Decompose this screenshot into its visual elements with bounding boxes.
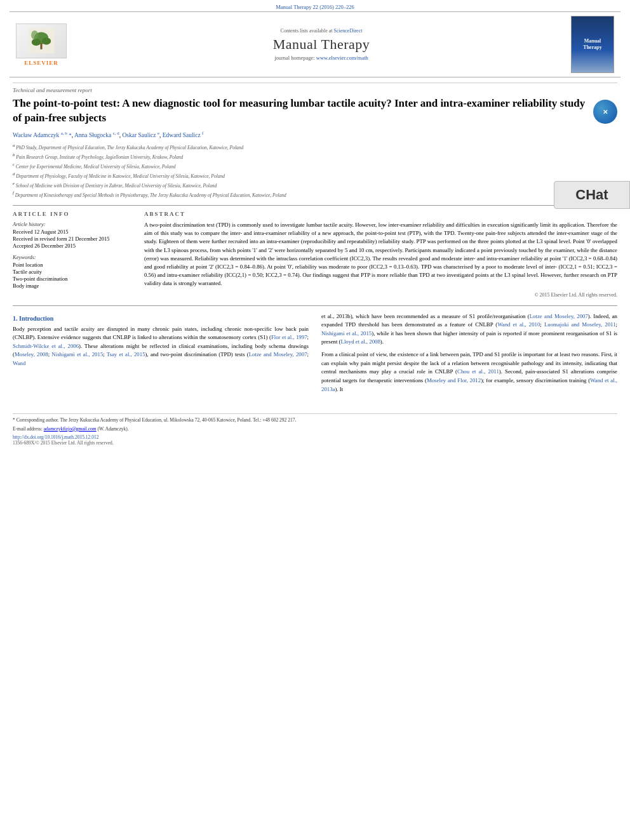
received-date: Received 12 August 2015 bbox=[13, 229, 137, 235]
journal-cover-area: ManualTherapy bbox=[551, 16, 614, 73]
authors-line: Wacław Adamczyk a, b *, Anna Sługocka c,… bbox=[13, 131, 617, 138]
crossmark-badge: ✕ bbox=[593, 100, 617, 124]
keyword-1: Point location bbox=[13, 262, 137, 268]
email-link[interactable]: adamczykfizjo@gmail.com bbox=[44, 426, 97, 432]
elsevier-logo: ELSEVIER bbox=[16, 23, 67, 66]
body-left-col: 1. Introduction Body perception and tact… bbox=[13, 312, 309, 398]
ref-nishigami2015r[interactable]: Nishigami et al., 2015 bbox=[321, 330, 372, 337]
ref-moseley2008[interactable]: Moseley, 2008 bbox=[15, 351, 48, 357]
ref-schmidt2006[interactable]: Schmidt-Wilcke et al., 2006 bbox=[13, 343, 79, 349]
ref-moseley2012[interactable]: Moseley and Flor, 2012 bbox=[427, 377, 481, 383]
affiliations: a PhD Study, Department of Physical Educ… bbox=[13, 142, 617, 199]
ref-chou2011[interactable]: Chou et al., 2011 bbox=[457, 368, 499, 375]
chat-button[interactable]: CHat bbox=[554, 181, 630, 209]
ref-lotze2007-r[interactable]: Lotze and Moseley, 2007 bbox=[530, 313, 588, 319]
svg-point-3 bbox=[42, 37, 51, 44]
journal-header: ELSEVIER Contents lists available at Sci… bbox=[10, 11, 620, 77]
ref-luomajoki2011[interactable]: Luomajoki and Moseley, 2011 bbox=[544, 321, 616, 328]
journal-cover-image: ManualTherapy bbox=[571, 16, 614, 73]
keyword-4: Body image bbox=[13, 283, 137, 289]
article-history-label: Article history: bbox=[13, 221, 137, 227]
abstract-column: ABSTRACT A two-point discrimination test… bbox=[144, 211, 617, 298]
body-content: 1. Introduction Body perception and tact… bbox=[13, 312, 617, 398]
ref-lotze2007[interactable]: Lotze and Moseley, 2007 bbox=[249, 351, 307, 357]
section-divider bbox=[13, 305, 617, 306]
section1-paragraph1-right: et al., 2013b), which have been recommen… bbox=[321, 312, 617, 347]
email-note: E-mail address: adamczykfizjo@gmail.com … bbox=[13, 426, 617, 433]
keyword-3: Two-point discrimination bbox=[13, 276, 137, 282]
svg-rect-4 bbox=[40, 43, 42, 50]
ref-lloyd2008[interactable]: Lloyd et al., 2008 bbox=[341, 338, 380, 345]
article-type: Technical and measurement report bbox=[13, 83, 617, 93]
accepted-date: Accepted 26 December 2015 bbox=[13, 243, 137, 249]
homepage-link[interactable]: www.elsevier.com/math bbox=[316, 55, 368, 61]
ref-wand2010[interactable]: Wand et al., 2010 bbox=[497, 321, 540, 328]
main-content: Technical and measurement report The poi… bbox=[0, 77, 630, 407]
doi-link[interactable]: http://dx.doi.org/10.1016/j.math.2015.12… bbox=[13, 434, 617, 440]
copyright-line: © 2015 Elsevier Ltd. All rights reserved… bbox=[144, 292, 617, 298]
journal-citation: Manual Therapy 22 (2016) 220–226 bbox=[0, 0, 630, 11]
sciencedirect-link[interactable]: ScienceDirect bbox=[334, 28, 363, 34]
page-footer: * Corresponding author. The Jerzy Kukucz… bbox=[13, 413, 617, 446]
elsevier-logo-area: ELSEVIER bbox=[16, 23, 92, 66]
chat-button-label: CHat bbox=[561, 187, 623, 203]
article-info-abstract-section: ARTICLE INFO Article history: Received 1… bbox=[13, 205, 617, 298]
journal-name-area: Contents lists available at ScienceDirec… bbox=[92, 28, 551, 61]
section1-paragraph2-right: From a clinical point of view, the exist… bbox=[321, 350, 617, 394]
article-info-header: ARTICLE INFO bbox=[13, 211, 137, 217]
ref-tsay2015[interactable]: Tsay et al., 2015 bbox=[107, 351, 145, 357]
journal-homepage: journal homepage: www.elsevier.com/math bbox=[92, 55, 551, 61]
section1-heading: 1. Introduction bbox=[13, 315, 309, 322]
abstract-header: ABSTRACT bbox=[144, 211, 617, 217]
elsevier-brand-text: ELSEVIER bbox=[24, 60, 58, 66]
svg-point-2 bbox=[32, 39, 41, 46]
keywords-label: Keywords: bbox=[13, 254, 137, 260]
journal-citation-text: Manual Therapy 22 (2016) 220–226 bbox=[276, 4, 354, 10]
abstract-text: A two-point discrimination test (TPD) is… bbox=[144, 221, 617, 288]
keyword-2: Tactile acuity bbox=[13, 269, 137, 275]
corresponding-author-note: * Corresponding author. The Jerzy Kukucz… bbox=[13, 417, 617, 424]
article-title: The point-to-point test: A new diagnosti… bbox=[13, 97, 587, 126]
body-right-col: et al., 2013b), which have been recommen… bbox=[321, 312, 617, 398]
journal-name: Manual Therapy bbox=[92, 36, 551, 53]
title-section: The point-to-point test: A new diagnosti… bbox=[13, 97, 617, 126]
elsevier-logo-image bbox=[16, 23, 67, 58]
revised-date: Received in revised form 21 December 201… bbox=[13, 236, 137, 242]
ref-wand2013b-left[interactable]: Wand bbox=[13, 360, 25, 366]
ref-flor1997[interactable]: Flor et al., 1997 bbox=[271, 334, 307, 340]
contents-available: Contents lists available at ScienceDirec… bbox=[92, 28, 551, 34]
ref-nishigami2015[interactable]: Nishigami et al., 2015 bbox=[51, 351, 103, 357]
section1-paragraph1: Body perception and tactile acuity are d… bbox=[13, 325, 309, 368]
svg-point-5 bbox=[31, 30, 38, 39]
issn-text: 1356-689X/© 2015 Elsevier Ltd. All right… bbox=[13, 440, 617, 446]
article-info-column: ARTICLE INFO Article history: Received 1… bbox=[13, 211, 137, 298]
